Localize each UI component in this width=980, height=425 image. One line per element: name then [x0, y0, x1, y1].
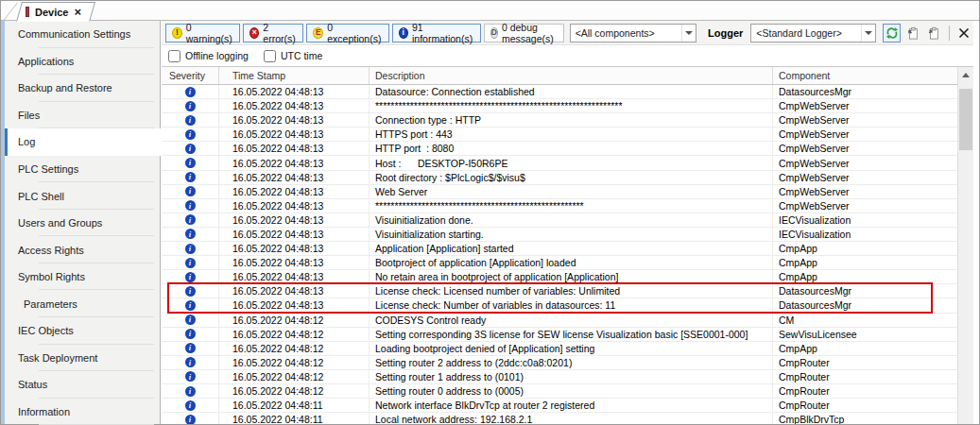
- offline-logging-box[interactable]: [168, 50, 181, 62]
- log-table: Severity Time Stamp Description Componen…: [162, 66, 973, 424]
- components-dropdown[interactable]: <All components>: [570, 24, 696, 42]
- component-cell: SewVisuLicensee: [773, 328, 957, 341]
- sidebar-item-plc-shell[interactable]: PLC Shell: [5, 182, 160, 210]
- column-header-timestamp[interactable]: Time Stamp: [219, 67, 370, 84]
- log-row[interactable]: i16.05.2022 04:48:13Web ServerCmpWebServ…: [162, 185, 957, 199]
- severity-filters: !0 warning(s)×2 error(s)E0 exception(s)i…: [165, 24, 564, 42]
- sidebar-item-iec-objects[interactable]: IEC Objects: [5, 317, 160, 345]
- timestamp-cell: 16.05.2022 04:48:12: [219, 328, 370, 341]
- component-cell: CmpApp: [773, 270, 957, 283]
- log-row[interactable]: i16.05.2022 04:48:11Network interface Bl…: [162, 399, 957, 413]
- info-icon: i: [185, 286, 196, 297]
- description-cell: Connection type : HTTP: [370, 113, 773, 127]
- utc-time-box[interactable]: [264, 50, 276, 62]
- error-filter-button[interactable]: ×2 error(s): [243, 24, 303, 42]
- description-cell: Local network address: 192.168.2.1: [370, 413, 773, 424]
- log-row[interactable]: i16.05.2022 04:48:11Local network addres…: [162, 413, 957, 424]
- log-row[interactable]: i16.05.2022 04:48:12Setting router 2 add…: [162, 356, 957, 370]
- scrollbar-thumb[interactable]: [959, 89, 972, 150]
- log-row[interactable]: i16.05.2022 04:48:13HTTP port : 8080CmpW…: [162, 142, 957, 156]
- debug-filter-button[interactable]: D0 debug message(s): [484, 24, 564, 42]
- description-cell: ****************************************…: [370, 99, 773, 112]
- exception-filter-button[interactable]: E0 exception(s): [306, 24, 388, 42]
- severity-cell: i: [162, 384, 219, 398]
- load-log-button[interactable]: [925, 24, 943, 42]
- log-row[interactable]: i16.05.2022 04:48:13Bootproject of appli…: [162, 256, 957, 270]
- log-row[interactable]: i16.05.2022 04:48:13License check: Numbe…: [162, 298, 957, 313]
- sidebar-item-task-deployment[interactable]: Task Deployment: [5, 345, 160, 372]
- log-row[interactable]: i16.05.2022 04:48:13Connection type : HT…: [162, 113, 957, 128]
- sidebar-item-backup-and-restore[interactable]: Backup and Restore: [5, 75, 160, 102]
- info-icon: i: [185, 415, 196, 424]
- component-cell: CmpApp: [773, 342, 957, 355]
- info-icon: i: [185, 357, 196, 367]
- chevron-down-icon[interactable]: [861, 25, 875, 42]
- sidebar-item-access-rights[interactable]: Access Rights: [5, 236, 160, 264]
- save-log-button[interactable]: [903, 24, 921, 42]
- sidebar-item-communication-settings[interactable]: Communication Settings: [5, 21, 160, 48]
- severity-cell: i: [162, 242, 219, 255]
- severity-cell: i: [162, 370, 219, 383]
- severity-cell: i: [162, 228, 219, 241]
- sidebar-item-plc-settings[interactable]: PLC Settings: [5, 156, 160, 183]
- log-row[interactable]: i16.05.2022 04:48:12CODESYS Control read…: [162, 314, 957, 328]
- info-icon: i: [185, 314, 196, 325]
- timestamp-cell: 16.05.2022 04:48:13: [219, 171, 370, 184]
- log-row[interactable]: i16.05.2022 04:48:12Setting router 0 add…: [162, 384, 957, 399]
- column-header-description[interactable]: Description: [370, 67, 773, 84]
- component-cell: CmpWebServer: [773, 113, 957, 127]
- export-log-icon: [906, 26, 920, 40]
- description-cell: Visuinitialization done.: [370, 213, 773, 227]
- description-cell: Web Server: [370, 185, 773, 198]
- refresh-button[interactable]: [883, 24, 901, 42]
- component-cell: CmpWebServer: [773, 156, 957, 169]
- tab-device[interactable]: Device ×: [16, 2, 90, 22]
- severity-cell: i: [162, 171, 219, 184]
- utc-time-label: UTC time: [281, 50, 322, 61]
- severity-cell: i: [162, 113, 219, 127]
- sidebar-item-parameters[interactable]: Parameters: [5, 290, 160, 317]
- log-row[interactable]: i16.05.2022 04:48:12Setting router 1 add…: [162, 370, 957, 384]
- warning-filter-button[interactable]: !0 warning(s): [165, 24, 240, 42]
- column-header-component[interactable]: Component: [773, 67, 957, 84]
- log-row[interactable]: i16.05.2022 04:48:13License check: Licen…: [162, 284, 957, 298]
- utc-time-checkbox[interactable]: UTC time: [264, 50, 322, 62]
- log-row[interactable]: i16.05.2022 04:48:13********************…: [162, 99, 957, 113]
- description-cell: Root directory : $PlcLogic$/$visu$: [370, 171, 773, 184]
- sidebar-item-files[interactable]: Files: [5, 102, 160, 129]
- sidebar-item-users-and-groups[interactable]: Users and Groups: [5, 210, 160, 237]
- information-filter-button[interactable]: i91 information(s): [392, 24, 481, 42]
- sidebar-item-information[interactable]: Information: [5, 399, 160, 425]
- timestamp-cell: 16.05.2022 04:48:13: [219, 156, 370, 169]
- column-header-severity[interactable]: Severity: [162, 67, 219, 84]
- clear-x-icon: [958, 27, 970, 39]
- log-row[interactable]: i16.05.2022 04:48:13********************…: [162, 199, 957, 213]
- component-cell: IECVisualization: [773, 213, 957, 227]
- log-row[interactable]: i16.05.2022 04:48:13Host : DESKTOP-I50R6…: [162, 156, 957, 170]
- log-row[interactable]: i16.05.2022 04:48:13Datasource: Connecti…: [162, 85, 957, 99]
- offline-logging-checkbox[interactable]: Offline logging: [168, 50, 249, 62]
- vertical-scrollbar[interactable]: [957, 67, 973, 424]
- sidebar-item-status[interactable]: Status: [5, 371, 160, 399]
- info-icon: i: [185, 400, 196, 411]
- chevron-down-icon[interactable]: [681, 25, 696, 42]
- log-row[interactable]: i16.05.2022 04:48:13No retain area in bo…: [162, 270, 957, 284]
- sidebar-item-log[interactable]: Log: [5, 128, 161, 156]
- scrollbar-up-arrow-icon[interactable]: [958, 67, 973, 83]
- log-row[interactable]: i16.05.2022 04:48:12Setting correspondin…: [162, 328, 957, 342]
- logger-dropdown[interactable]: <Standard Logger>: [750, 24, 876, 42]
- sidebar-item-applications[interactable]: Applications: [5, 48, 160, 76]
- log-row[interactable]: i16.05.2022 04:48:13Visuinitialization s…: [162, 228, 957, 242]
- description-cell: Setting router 1 address to (0101): [370, 370, 773, 383]
- info-icon: i: [185, 214, 196, 225]
- tab-close-icon[interactable]: ×: [74, 7, 81, 17]
- description-cell: Setting router 0 address to (0005): [370, 384, 773, 398]
- log-row[interactable]: i16.05.2022 04:48:12Loading bootproject …: [162, 342, 957, 356]
- log-table-header: Severity Time Stamp Description Componen…: [162, 67, 957, 85]
- log-row[interactable]: i16.05.2022 04:48:13Application [Applica…: [162, 242, 957, 256]
- log-row[interactable]: i16.05.2022 04:48:13Root directory : $Pl…: [162, 171, 957, 185]
- clear-log-button[interactable]: [955, 24, 973, 42]
- sidebar-item-symbol-rights[interactable]: Symbol Rights: [5, 264, 160, 291]
- log-row[interactable]: i16.05.2022 04:48:13HTTPS port : 443CmpW…: [162, 128, 957, 142]
- log-row[interactable]: i16.05.2022 04:48:13Visuinitialization d…: [162, 213, 957, 228]
